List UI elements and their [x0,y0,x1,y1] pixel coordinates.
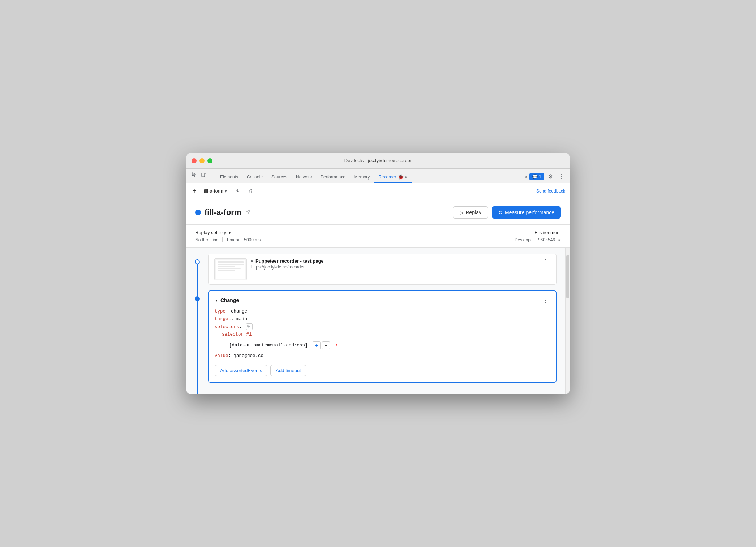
tab-sources[interactable]: Sources [267,172,292,183]
svg-rect-0 [202,173,205,177]
recording-selector[interactable]: fill-a-form ▾ [201,187,230,195]
tab-performance[interactable]: Performance [316,172,350,183]
steps-list: ▶ Puppeteer recorder - test page https:/… [186,248,565,394]
close-button[interactable] [192,158,197,163]
code-selector-val: [data-automate=email-address] [229,343,308,348]
minimize-button[interactable] [199,158,205,163]
code-selectors-line: selectors: [215,323,550,331]
red-arrow-indicator: ← [336,339,340,352]
replay-button[interactable]: ▷ Replay [453,206,488,219]
svg-rect-1 [205,174,206,176]
recorder-action-buttons: ▷ Replay ↻ Measure performance [453,206,561,219]
settings-row: Replay settings ▶ No throttling Timeout:… [186,225,570,248]
step-2-body: ▼ Change ⋮ type: change target: main [208,290,565,383]
devtools-window: DevTools - jec.fyi/demo/recorder Element… [186,153,570,394]
code-selector-val-line: [data-automate=email-address] + − ← [215,339,550,352]
tab-recorder-close[interactable]: × [405,175,407,179]
step-1-dot-container [186,254,208,264]
step-navigate-card: ▶ Puppeteer recorder - test page https:/… [208,254,557,285]
replay-settings-group: Replay settings ▶ No throttling Timeout:… [195,230,261,242]
more-menu-button[interactable]: ⋮ [557,172,567,181]
code-selector-num-key: selector #1 [222,332,252,337]
chat-icon: 💬 [532,174,538,179]
tab-separator [211,170,211,177]
measure-icon: ↻ [498,210,503,215]
replay-label: Replay [465,210,481,215]
step-expand-icon[interactable]: ▶ [251,259,253,263]
window-controls [192,158,212,163]
step-change-header: ▼ Change ⋮ [215,297,550,303]
step-change-title: Change [220,297,541,303]
scrollbar-thumb[interactable] [566,255,569,298]
environment-details: Desktop 960×546 px [515,237,561,242]
add-selector-button[interactable]: + [313,341,321,349]
add-timeout-button[interactable]: Add timeout [270,365,306,376]
devtools-icon-group [189,170,216,183]
settings-details: No throttling Timeout: 5000 ms [195,237,261,242]
desktop-label: Desktop [515,237,531,242]
more-tabs-button[interactable]: » [524,173,528,180]
step-navigate: ▶ Puppeteer recorder - test page https:/… [186,254,565,285]
replay-settings-heading[interactable]: Replay settings ▶ [195,230,261,235]
tab-recorder[interactable]: Recorder 🐞 × [374,171,412,183]
step-1-dot [195,259,200,264]
step-navigate-url: https://jec.fyi/demo/recorder [251,264,537,270]
code-value-key: value [215,353,228,358]
scrollbar[interactable] [565,248,570,394]
step-action-buttons: Add assertedEvents Add timeout [215,365,550,376]
devtools-right-controls: » 💬 1 ⚙ ⋮ [524,172,567,183]
send-feedback-link[interactable]: Send feedback [536,189,565,194]
settings-button[interactable]: ⚙ [546,172,555,181]
recording-header: fill-a-form ▷ Replay ↻ Measure performan… [186,199,570,225]
step-2-more-button[interactable]: ⋮ [541,297,550,303]
environment-group: Environment Desktop 960×546 px [515,230,561,242]
code-type-val: change [231,309,247,314]
code-type-key: type [215,309,225,314]
download-button[interactable] [233,187,243,195]
play-icon: ▷ [460,210,463,215]
step-change-card: ▼ Change ⋮ type: change target: main [208,290,557,383]
change-code-block: type: change target: main selectors: [215,308,550,360]
throttle-label: No throttling [195,237,219,242]
chat-count: 1 [539,174,541,179]
dropdown-arrow-icon: ▾ [225,189,227,194]
recording-status-dot [195,210,201,215]
settings-expand-icon: ▶ [229,231,231,234]
tab-console[interactable]: Console [242,172,267,183]
add-asserted-events-button[interactable]: Add assertedEvents [215,365,267,376]
tab-elements[interactable]: Elements [216,172,242,183]
titlebar: DevTools - jec.fyi/demo/recorder [186,153,570,169]
step-navigate-title-row: ▶ Puppeteer recorder - test page [251,258,537,264]
delete-button[interactable] [246,187,256,195]
remove-selector-button[interactable]: − [322,341,330,349]
replay-settings-label: Replay settings [195,230,227,235]
tab-recorder-label: Recorder [378,175,396,180]
step-change: ▼ Change ⋮ type: change target: main [186,290,565,383]
code-value-line: value: jane@doe.co [215,352,550,360]
step-navigate-info: ▶ Puppeteer recorder - test page https:/… [251,258,537,270]
add-recording-button[interactable]: + [191,187,198,195]
recording-name-label: fill-a-form [204,188,223,194]
step-1-more-button[interactable]: ⋮ [541,258,550,265]
device-icon[interactable] [200,171,207,178]
recording-title-group: fill-a-form [195,208,252,217]
code-type-line: type: change [215,308,550,315]
step-change-expand-icon[interactable]: ▼ [215,298,218,302]
tab-network[interactable]: Network [292,172,316,183]
tab-memory[interactable]: Memory [350,172,374,183]
step-2-dot-container [186,290,208,301]
chat-button[interactable]: 💬 1 [529,173,544,180]
inspect-icon[interactable] [191,171,198,178]
measure-performance-button[interactable]: ↻ Measure performance [492,206,561,219]
edit-recording-name-button[interactable] [245,208,252,217]
devtools-tabs-bar: Elements Console Sources Network Perform… [186,169,570,183]
code-value-val: jane@doe.co [234,353,264,358]
steps-area: ▶ Puppeteer recorder - test page https:/… [186,248,570,394]
recorder-toolbar: + fill-a-form ▾ Send feedback [186,183,570,199]
timeline-line [197,259,198,394]
code-selector-num-line: selector #1: [215,331,550,339]
recorder-bug-icon: 🐞 [398,174,404,180]
settings-details-separator [222,237,223,242]
maximize-button[interactable] [207,158,212,163]
selector-type-icon[interactable] [246,323,253,330]
